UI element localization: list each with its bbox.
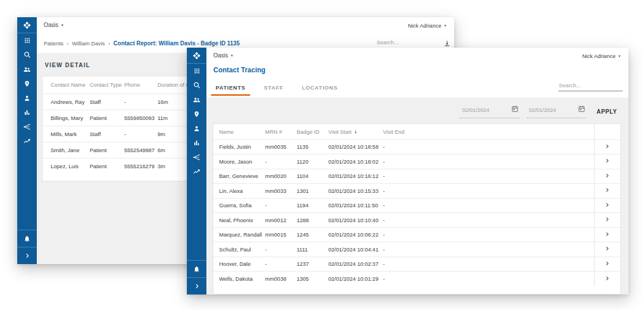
location-icon[interactable] (17, 76, 37, 91)
table-row[interactable]: Wells, Dakota mm0038 1305 02/01/2024 10:… (213, 272, 620, 286)
search-input[interactable] (376, 38, 435, 48)
cell-badge: 1237 (297, 257, 328, 272)
patients-table-card: Name MRN # Badge ID Visit Start Visit En… (213, 123, 621, 294)
breadcrumb: Patients › William Davis › Contact Repor… (44, 40, 240, 46)
app-logo-icon[interactable] (187, 48, 206, 64)
row-detail-button[interactable] (594, 184, 620, 199)
cell-phone: - (124, 94, 158, 110)
table-row[interactable]: Moore, Jason - 1120 02/01/2024 10:18:02 … (213, 154, 620, 169)
cell-visit-end: - (383, 198, 594, 213)
row-detail-button[interactable] (594, 272, 620, 286)
table-row[interactable]: Schultz, Paul - 1111 02/01/2024 10:04:41… (213, 242, 620, 257)
cell-name: Schultz, Paul (213, 242, 265, 257)
cell-mrn: mm0020 (265, 169, 297, 184)
people-icon[interactable] (187, 92, 206, 107)
app-logo-icon[interactable] (17, 17, 37, 33)
search-input[interactable] (558, 81, 623, 91)
row-detail-button[interactable] (594, 154, 620, 169)
table-row[interactable]: Marquez, Randall mm0015 1245 02/01/2024 … (213, 227, 620, 242)
cell-mrn: mm0012 (265, 213, 297, 228)
app-switcher[interactable]: Oasis ▾ (213, 52, 233, 59)
notifications-icon[interactable] (187, 260, 206, 277)
cell-badge: 1135 (297, 140, 328, 154)
table-row[interactable]: Fields, Justin mm0035 1135 02/01/2024 10… (213, 140, 620, 154)
table-row[interactable]: Hoover, Dale - 1237 02/01/2024 10:02:37 … (213, 257, 620, 272)
table-row[interactable]: Neal, Phoenix mm0012 1288 02/01/2024 10:… (213, 213, 620, 228)
row-detail-button[interactable] (594, 140, 620, 154)
col-visit-start[interactable]: Visit Start (328, 124, 383, 140)
chevron-right-icon (604, 216, 610, 222)
cell-mrn: mm0015 (265, 227, 297, 242)
start-date-input[interactable] (462, 107, 503, 113)
row-detail-button[interactable] (594, 227, 620, 242)
cell-visit-start: 02/01/2024 10:01:29 (328, 272, 383, 286)
tab-patients[interactable]: PATIENTS (213, 81, 248, 96)
caret-down-icon: ▾ (62, 23, 64, 27)
row-detail-button[interactable] (594, 213, 620, 228)
search-field-wrap (558, 81, 623, 91)
apps-icon[interactable] (187, 64, 206, 78)
col-visit-end[interactable]: Visit End (383, 124, 594, 140)
breadcrumb-item-patients[interactable]: Patients (44, 40, 63, 46)
row-detail-button[interactable] (594, 257, 620, 272)
mediation-icon[interactable] (187, 150, 206, 164)
search-icon[interactable] (17, 48, 37, 62)
window-contact-tracing: Oasis ▾ Nick Adriance ▾ Contact Tracing … (187, 48, 628, 294)
cell-contact-name: Mills, Mark (43, 126, 90, 142)
table-row[interactable]: Guerra, Sofia - 1194 02/01/2024 10:11:50… (213, 198, 620, 213)
person-icon[interactable] (17, 91, 37, 105)
cell-phone: 5559850093 (124, 110, 158, 126)
tab-staff[interactable]: STAFF (262, 81, 286, 96)
cell-badge: 1301 (297, 184, 328, 199)
cell-name: Neal, Phoenix (213, 213, 265, 228)
caret-down-icon: ▾ (231, 53, 233, 57)
col-contact-type: Contact Type (90, 76, 124, 94)
col-name[interactable]: Name (213, 124, 265, 140)
sidebar (187, 48, 206, 294)
calendar-icon[interactable] (511, 104, 519, 115)
cell-phone: 5555216279 (124, 158, 158, 174)
trend-line-icon[interactable] (17, 134, 37, 148)
bar-chart-icon[interactable] (187, 135, 206, 150)
col-phone: Phone (124, 76, 158, 94)
front-window-main: Oasis ▾ Nick Adriance ▾ Contact Tracing … (206, 48, 628, 294)
col-mrn[interactable]: MRN # (265, 124, 297, 140)
user-menu[interactable]: Nick Adriance ▾ (582, 53, 620, 59)
cell-name: Moore, Jason (213, 154, 265, 169)
apply-button[interactable]: APPLY (593, 108, 620, 118)
calendar-icon[interactable] (578, 104, 585, 115)
row-detail-button[interactable] (594, 242, 620, 257)
trend-line-icon[interactable] (187, 164, 206, 179)
app-name: Oasis (44, 22, 59, 28)
date-filter-row: APPLY (460, 104, 620, 118)
expand-sidebar-icon[interactable] (187, 277, 206, 294)
cell-visit-start: 02/01/2024 10:04:41 (328, 242, 383, 257)
notifications-icon[interactable] (17, 230, 37, 247)
table-row[interactable]: Lin, Alexa mm0033 1301 02/01/2024 10:15:… (213, 184, 620, 199)
cell-visit-start: 02/01/2024 10:11:50 (328, 198, 383, 213)
breadcrumb-item-william-davis[interactable]: William Davis (72, 40, 105, 46)
mediation-icon[interactable] (17, 119, 37, 134)
sidebar (17, 17, 37, 264)
chevron-right-icon (604, 202, 610, 208)
tab-locations[interactable]: LOCATIONS (300, 81, 340, 96)
people-icon[interactable] (17, 62, 37, 76)
cell-visit-start: 02/01/2024 10:16:12 (328, 169, 383, 184)
row-detail-button[interactable] (594, 169, 620, 184)
expand-sidebar-icon[interactable] (17, 247, 37, 264)
table-row[interactable]: Barr, Genevieve mm0020 1104 02/01/2024 1… (213, 169, 620, 184)
breadcrumb-separator: › (67, 41, 68, 46)
location-icon[interactable] (187, 107, 206, 121)
end-date-input[interactable] (529, 107, 569, 113)
cell-visit-start: 02/01/2024 10:18:58 (328, 140, 383, 154)
cell-visit-start: 02/01/2024 10:02:37 (328, 257, 383, 272)
app-switcher[interactable]: Oasis ▾ (44, 22, 63, 28)
bar-chart-icon[interactable] (17, 105, 37, 119)
user-menu[interactable]: Nick Adriance ▾ (408, 22, 446, 29)
apps-icon[interactable] (17, 33, 37, 48)
cell-contact-name: Andrews, Ray (43, 94, 90, 110)
person-icon[interactable] (187, 121, 206, 135)
search-icon[interactable] (187, 78, 206, 92)
row-detail-button[interactable] (594, 198, 620, 213)
col-badge-id[interactable]: Badge ID (297, 124, 328, 140)
